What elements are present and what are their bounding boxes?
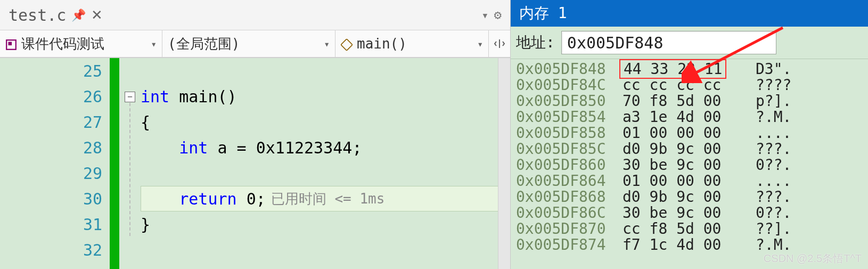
memory-panel-title[interactable]: 内存 1 <box>511 0 868 27</box>
chevron-down-icon: ▾ <box>151 38 157 50</box>
svg-rect-2 <box>341 39 353 51</box>
memory-address: 0x005DF85C <box>516 141 612 157</box>
memory-row: 0x005DF854a3 1e 4d 00?.M. <box>516 109 863 125</box>
memory-address: 0x005DF86C <box>516 205 612 221</box>
code-line <box>141 160 510 186</box>
memory-bytes: 01 00 00 00 <box>623 173 745 189</box>
memory-row: 0x005DF84Ccc cc cc cc???? <box>516 77 863 93</box>
memory-ascii: D3". <box>756 61 814 77</box>
line-number: 27 <box>0 109 110 135</box>
memory-address: 0x005DF848 <box>516 61 612 77</box>
memory-ascii: .... <box>756 125 814 141</box>
memory-address: 0x005DF854 <box>516 109 612 125</box>
gear-icon[interactable]: ⚙ <box>494 7 502 22</box>
tab-menu-caret-icon[interactable]: ▾ <box>481 9 488 22</box>
memory-row: 0x005DF84844 33 22 11D3". <box>516 61 863 77</box>
memory-row: 0x005DF85070 f8 5d 00p?]. <box>516 93 863 109</box>
project-icon <box>5 38 17 50</box>
line-number: 30 <box>0 186 110 211</box>
memory-ascii: .... <box>756 173 814 189</box>
memory-bytes: d0 9b 9c 00 <box>623 189 745 205</box>
address-label: 地址: <box>516 32 555 53</box>
memory-bytes: cc cc cc cc <box>623 77 745 93</box>
memory-address-bar: 地址: <box>511 27 868 59</box>
perf-tip[interactable]: 已用时间 <= 1ms <box>271 190 385 208</box>
change-track <box>110 58 119 269</box>
memory-bytes: 30 be 9c 00 <box>623 205 745 221</box>
memory-bytes: 70 f8 5d 00 <box>623 93 745 109</box>
code-line: } <box>141 211 510 237</box>
fold-toggle-icon[interactable]: − <box>125 92 135 102</box>
memory-address: 0x005DF84C <box>516 77 612 93</box>
memory-ascii: ??]. <box>756 221 814 237</box>
line-number-gutter: 25 26 27 28 29 30 31 32 <box>0 58 110 269</box>
outline-column: − <box>119 58 141 269</box>
memory-row: 0x005DF86401 00 00 00.... <box>516 173 863 189</box>
file-tab-label: test.c <box>9 6 66 25</box>
memory-row: 0x005DF868d0 9b 9c 00???. <box>516 189 863 205</box>
code-line <box>141 237 510 263</box>
code-line: int a = 0x11223344; <box>141 135 510 160</box>
memory-address: 0x005DF874 <box>516 237 612 253</box>
memory-bytes: 01 00 00 00 <box>623 125 745 141</box>
memory-address: 0x005DF858 <box>516 125 612 141</box>
memory-ascii: ?.M. <box>756 109 814 125</box>
project-scope-label: 课件代码测试 <box>21 35 104 53</box>
memory-bytes: 44 33 22 11 <box>623 61 745 77</box>
pin-icon[interactable]: 📌 <box>71 9 86 22</box>
memory-row: 0x005DF86C30 be 9c 000??. <box>516 205 863 221</box>
memory-ascii: ?.M. <box>756 237 814 253</box>
code-line-current: return 0;已用时间 <= 1ms <box>141 186 510 211</box>
tab-strip: test.c 📌 ✕ ▾ ⚙ <box>0 0 510 30</box>
watermark: CSDN @2.5条悟T^T <box>764 251 862 266</box>
code-line: { <box>141 109 510 135</box>
address-input[interactable] <box>561 31 776 54</box>
file-tab[interactable]: test.c 📌 ✕ <box>3 3 108 28</box>
memory-address: 0x005DF850 <box>516 93 612 109</box>
code-line: int main() <box>141 84 510 109</box>
memory-row: 0x005DF85Cd0 9b 9c 00???. <box>516 141 863 157</box>
file-scope-label: (全局范围) <box>168 35 240 53</box>
memory-ascii: ???. <box>756 189 814 205</box>
vertical-scrollbar[interactable] <box>498 58 510 269</box>
line-number: 26 <box>0 84 110 109</box>
memory-address: 0x005DF870 <box>516 221 612 237</box>
memory-ascii: 0??. <box>756 205 814 221</box>
memory-ascii: ???. <box>756 141 814 157</box>
memory-address: 0x005DF868 <box>516 189 612 205</box>
memory-panel: 内存 1 地址: 0x005DF84844 33 22 11D3".0x005D… <box>511 0 868 269</box>
split-view-button[interactable] <box>488 30 510 57</box>
project-scope-combo[interactable]: 课件代码测试 ▾ <box>0 30 162 57</box>
context-bar: 课件代码测试 ▾ (全局范围) ▾ main() ▾ <box>0 30 510 58</box>
memory-row: 0x005DF86030 be 9c 000??. <box>516 157 863 173</box>
line-number: 31 <box>0 211 110 237</box>
close-icon[interactable]: ✕ <box>91 7 103 23</box>
memory-address: 0x005DF860 <box>516 157 612 173</box>
memory-row: 0x005DF85801 00 00 00.... <box>516 125 863 141</box>
memory-dump[interactable]: 0x005DF84844 33 22 11D3".0x005DF84Ccc cc… <box>511 59 868 269</box>
function-scope-label: main() <box>357 36 407 52</box>
code-editor-pane: test.c 📌 ✕ ▾ ⚙ 课件代码测试 ▾ (全局范围) ▾ <box>0 0 511 269</box>
file-scope-combo[interactable]: (全局范围) ▾ <box>162 30 335 57</box>
memory-row: 0x005DF874f7 1c 4d 00?.M. <box>516 237 863 253</box>
line-number: 28 <box>0 135 110 160</box>
method-icon <box>341 38 353 50</box>
memory-bytes: 30 be 9c 00 <box>623 157 745 173</box>
memory-bytes: a3 1e 4d 00 <box>623 109 745 125</box>
svg-rect-1 <box>9 42 12 46</box>
chevron-down-icon: ▾ <box>324 38 330 50</box>
code-editor[interactable]: 25 26 27 28 29 30 31 32 − int main() { i… <box>0 58 510 269</box>
function-scope-combo[interactable]: main() ▾ <box>335 30 488 57</box>
code-text-area[interactable]: int main() { int a = 0x11223344; return … <box>141 58 510 269</box>
memory-bytes: cc f8 5d 00 <box>623 221 745 237</box>
memory-row: 0x005DF870cc f8 5d 00??]. <box>516 221 863 237</box>
memory-ascii: p?]. <box>756 93 814 109</box>
chevron-down-icon: ▾ <box>477 38 483 50</box>
memory-bytes: f7 1c 4d 00 <box>623 237 745 253</box>
memory-ascii: 0??. <box>756 157 814 173</box>
line-number: 32 <box>0 237 110 263</box>
fold-guide <box>129 103 130 236</box>
code-line <box>141 58 510 84</box>
memory-ascii: ???? <box>756 77 814 93</box>
memory-bytes: d0 9b 9c 00 <box>623 141 745 157</box>
